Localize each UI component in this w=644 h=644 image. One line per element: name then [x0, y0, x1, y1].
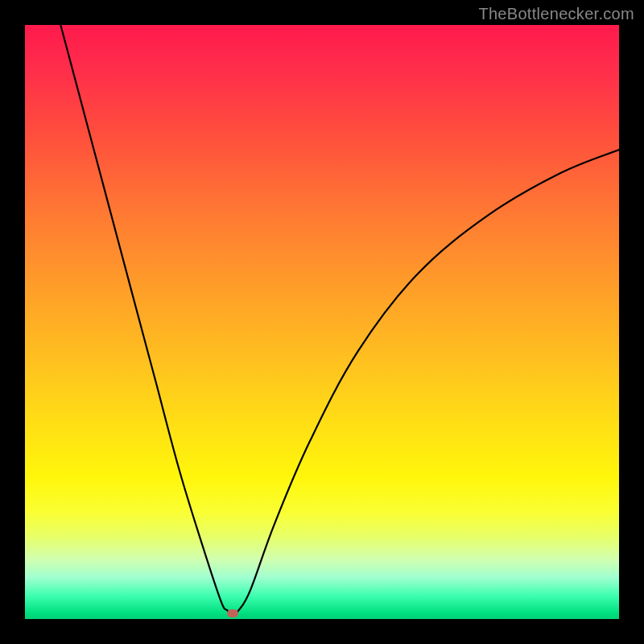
plot-area	[25, 25, 619, 619]
watermark-text: TheBottlenecker.com	[478, 5, 634, 23]
bottleneck-curve	[60, 25, 619, 613]
chart-curve-layer	[25, 25, 619, 619]
optimal-point-marker	[227, 609, 238, 617]
